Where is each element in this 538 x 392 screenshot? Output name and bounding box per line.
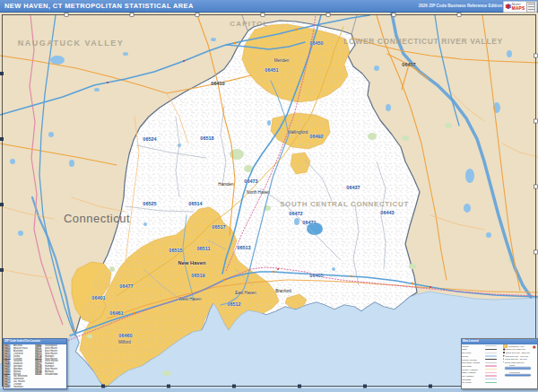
edition-label: 2026 ZIP Code Business Reference Edition [419, 4, 502, 8]
legend-city-item: Cities 25,000 - 50,000 [503, 357, 537, 361]
map-page: NAUGATUCK VALLEYCAPITOLLOWER CONNECTICUT… [0, 0, 538, 392]
legend-line-item: Primary Roads [462, 357, 503, 361]
urban-area-swatch [503, 344, 508, 347]
legend-line-item: Interstate [462, 377, 503, 380]
legend-line-item: State Highway [462, 370, 503, 374]
title-bar: NEW HAVEN, CT METROPOLITAN STATISTICAL A… [0, 0, 538, 13]
legend-line-sample [485, 382, 497, 383]
city-size-dot [503, 348, 505, 350]
legend-line-item: State [462, 347, 503, 351]
legend-line-item: Secondary Roads [462, 361, 503, 364]
legend-city-item: Cities 100,000 - 250,000 [503, 351, 537, 354]
legend-line-item: Rivers [462, 354, 503, 358]
map-canvas [0, 0, 538, 392]
legend-line-item: Railroads [462, 364, 503, 368]
scale-bar-label: Kilometers [509, 370, 537, 373]
compass-rose-icon: ✹ [532, 344, 536, 350]
legend-line-sample [485, 352, 497, 353]
brand-logo: ✱ Market MAPS [503, 1, 537, 13]
legend-line-item: US Highway [462, 374, 503, 378]
scale-bar [505, 367, 531, 370]
legend-line-sample [485, 359, 497, 360]
zip-index-title: ZIP Code Index/City Locator [4, 339, 66, 342]
legend-line-sample [485, 375, 497, 376]
legend-line-sample [485, 362, 497, 362]
zip-index-columns: 06401Ansonia06403Beacon Falls06405Branfo… [4, 344, 66, 392]
city-size-dot [503, 352, 505, 353]
zip-index-panel: ZIP Code Index/City Locator 06401Ansonia… [3, 338, 67, 389]
legend-city-item: Cities 50,000 - 100,000 [503, 353, 537, 357]
legend-line-item: ZIP Code [462, 351, 503, 354]
legend-line-sample [485, 349, 497, 350]
legend-line-sample [485, 345, 497, 346]
city-size-dot [503, 362, 504, 362]
legend-panel: Map Legend CountyStateZIP CodeRiversPrim… [461, 338, 538, 389]
zip-index-row: 06483Seymour [4, 385, 35, 388]
logo-star-icon: ✱ [505, 4, 511, 11]
city-size-dot [503, 354, 504, 355]
legend-line-item: Toll Road [462, 380, 503, 384]
legend-line-sample [485, 372, 497, 373]
city-size-dot [503, 358, 504, 359]
logo-fineprint [526, 2, 535, 13]
zip-index-row: 06525Woodbridge [35, 372, 66, 375]
scale-bar [505, 373, 531, 376]
legend-line-sample [485, 379, 497, 379]
logo-brand-bottom: MAPS [512, 7, 525, 10]
legend-title: Map Legend [462, 339, 537, 342]
legend-line-sample [485, 355, 497, 356]
legend-line-sample [485, 365, 497, 366]
page-margin [0, 388, 538, 392]
legend-line-item: County [462, 344, 503, 348]
legend-line-item: County Highway [462, 367, 503, 370]
page-title: NEW HAVEN, CT METROPOLITAN STATISTICAL A… [4, 2, 194, 10]
legend-city-item: Cities under 25,000 [503, 360, 537, 363]
legend-line-sample [485, 369, 497, 370]
